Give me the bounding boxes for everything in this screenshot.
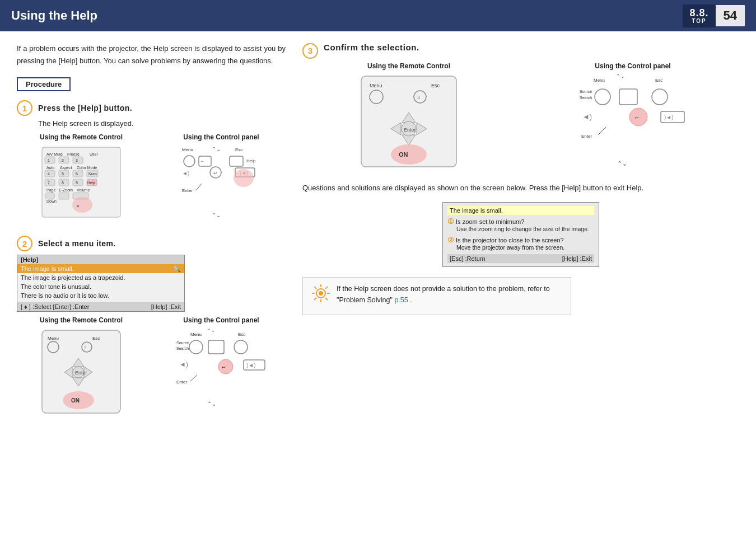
svg-text:⌃⌄: ⌃⌄ xyxy=(617,160,627,167)
step-1-header: 1 Press the [Help] button. xyxy=(17,100,286,116)
svg-text:Esc: Esc xyxy=(238,332,245,337)
step-2-remote-svg: Menu Esc 3 xyxy=(36,327,126,417)
step-2-panel-svg: Menu ⌃⌄ Esc Source Search ◄) xyxy=(174,327,269,417)
svg-rect-105 xyxy=(619,89,637,105)
svg-point-74 xyxy=(189,340,203,354)
svg-text:Enter: Enter xyxy=(581,134,592,139)
step-3-section: 3 Confirm the selection. Using the Remot… xyxy=(302,43,739,315)
svg-text:3: 3 xyxy=(84,345,87,350)
svg-text:9: 9 xyxy=(76,181,78,185)
svg-text:6: 6 xyxy=(76,172,78,176)
svg-text:⌃⌄: ⌃⌄ xyxy=(207,401,216,407)
svg-text:Esc: Esc xyxy=(431,83,440,88)
step-1-remote-col: Using the Remote Control A/V Mute Freeze… xyxy=(17,133,146,224)
step-3-panel-col: Using the Control panel Menu ⌃⌄ Esc Sour… xyxy=(526,62,739,173)
svg-text:Page: Page xyxy=(46,188,55,193)
note-icon xyxy=(311,283,331,309)
svg-text:⌃⌄: ⌃⌄ xyxy=(212,146,221,152)
svg-point-36 xyxy=(72,197,92,213)
help-menu-box: [Help] The image is small. 🔍 The image i… xyxy=(17,255,185,312)
svg-text:↩: ↩ xyxy=(213,171,217,176)
svg-text:5: 5 xyxy=(62,172,64,176)
svg-line-121 xyxy=(314,287,316,289)
svg-text:←: ← xyxy=(200,158,205,164)
svg-line-52 xyxy=(196,184,202,190)
help-menu-item-2: The color tone is unusual. xyxy=(17,282,184,291)
step-2-panel-title: Using the Control panel xyxy=(157,316,286,324)
step-3-title: Confirm the selection. xyxy=(324,43,419,52)
step-3-header: 3 Confirm the selection. xyxy=(302,43,739,59)
svg-text:Num: Num xyxy=(88,172,97,176)
svg-line-124 xyxy=(314,298,316,300)
step-3-remote-col: Using the Remote Control Menu Esc 3 xyxy=(302,62,515,173)
intro-text: If a problem occurs with the projector, … xyxy=(17,43,286,67)
step-1-panel-title: Using the Control panel xyxy=(157,133,286,141)
help-menu-footer: [ ♦ ] :Select [Enter] :Enter [Help] :Exi… xyxy=(17,302,184,311)
step-3-remote-svg: Menu Esc 3 Enter xyxy=(353,73,465,171)
step-1-panel-svg: Menu ⌃⌄ Esc Help ← xyxy=(179,144,263,223)
svg-rect-17 xyxy=(73,170,83,177)
svg-point-97 xyxy=(391,144,427,165)
svg-text:Search: Search xyxy=(176,346,189,350)
svg-text:Aspect: Aspect xyxy=(60,166,72,170)
svg-rect-25 xyxy=(73,179,83,186)
help-menu-item-1: The image is projected as a trapezoid. xyxy=(17,273,184,282)
svg-point-41 xyxy=(184,156,195,167)
svg-point-106 xyxy=(652,89,668,105)
help-menu-title: [Help] xyxy=(17,255,184,264)
screen-help-footer: [Esc] :Return [Help] :Exit xyxy=(447,254,594,263)
svg-text:E-Zoom: E-Zoom xyxy=(59,188,73,192)
svg-text:Source: Source xyxy=(580,90,592,93)
svg-text:1: 1 xyxy=(48,158,50,162)
step-3-questions-text: Questions and solutions are displayed as… xyxy=(302,182,739,194)
logo: 8.8. TOP xyxy=(683,4,715,27)
step-2: 2 Select a menu item. [Help] The image i… xyxy=(17,236,286,419)
note-box: If the Help screen does not provide a so… xyxy=(302,277,571,315)
svg-rect-75 xyxy=(208,340,224,354)
svg-text:Enter: Enter xyxy=(404,127,416,133)
svg-text:7: 7 xyxy=(48,181,50,185)
svg-rect-33 xyxy=(59,193,69,199)
step-2-title: Select a menu item. xyxy=(38,239,116,248)
svg-text:Source: Source xyxy=(176,341,189,345)
step-3-panel-title: Using the Control panel xyxy=(526,62,739,70)
svg-text:3: 3 xyxy=(417,95,420,100)
svg-text:⌃⌄: ⌃⌄ xyxy=(212,212,221,218)
svg-text:Help: Help xyxy=(246,158,256,163)
left-column: If a problem occurs with the projector, … xyxy=(17,43,286,430)
svg-text:User: User xyxy=(90,152,98,156)
svg-line-123 xyxy=(325,287,328,289)
svg-text:Menu: Menu xyxy=(190,332,202,337)
svg-text:◄): ◄) xyxy=(182,170,189,176)
svg-text:3: 3 xyxy=(76,158,78,162)
main-content: If a problem occurs with the projector, … xyxy=(0,31,756,441)
svg-text:)◄): )◄) xyxy=(246,362,256,368)
note-link[interactable]: p.55 xyxy=(394,296,408,304)
svg-rect-13 xyxy=(45,170,55,177)
svg-text:Volume: Volume xyxy=(77,188,90,192)
help-menu-item-3: There is no audio or it is too low. xyxy=(17,291,184,300)
svg-text:Esc: Esc xyxy=(655,78,662,83)
svg-text:◄): ◄) xyxy=(582,113,592,121)
svg-text:Menu: Menu xyxy=(182,147,193,152)
page-title: Using the Help xyxy=(11,8,97,23)
step-1-circle: 1 xyxy=(17,100,32,116)
svg-rect-6 xyxy=(59,157,69,163)
note-sun-icon xyxy=(311,283,331,303)
svg-text:4: 4 xyxy=(48,172,50,176)
svg-text:↩: ↩ xyxy=(635,115,639,120)
help-menu-item-0: The image is small. 🔍 xyxy=(17,264,184,273)
right-column: 3 Confirm the selection. Using the Remot… xyxy=(302,43,739,430)
svg-point-76 xyxy=(234,340,248,354)
svg-text:Menu: Menu xyxy=(48,336,59,341)
step-1-subtitle: The Help screen is displayed. xyxy=(38,119,286,128)
step-2-remote-title: Using the Remote Control xyxy=(17,316,146,324)
screen-highlight: The image is small. xyxy=(447,206,594,215)
svg-rect-32 xyxy=(45,193,55,199)
svg-text:⌃⌄: ⌃⌄ xyxy=(207,328,215,333)
step-1-remote-title: Using the Remote Control xyxy=(17,133,146,141)
step-1-remote-svg: A/V Mute Freeze User 1 2 3 Auto Aspect xyxy=(36,144,126,223)
svg-line-83 xyxy=(190,375,197,381)
svg-text:A/V Mute: A/V Mute xyxy=(46,152,63,156)
svg-text:Enter: Enter xyxy=(75,370,87,376)
